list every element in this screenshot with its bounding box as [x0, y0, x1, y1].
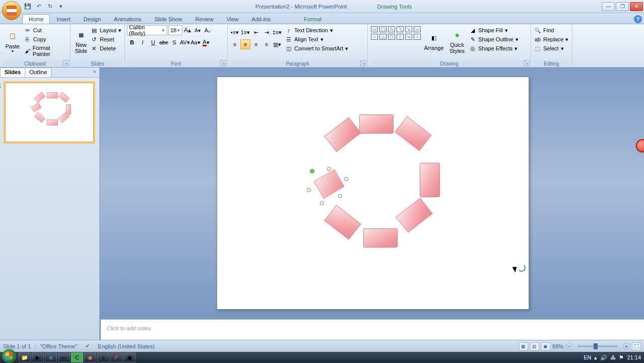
qat-customize-icon[interactable]: ▾	[56, 2, 66, 11]
tray-flag-icon[interactable]: ⚑	[619, 354, 624, 361]
font-size-combo[interactable]: 18▼	[168, 25, 182, 35]
italic-button[interactable]: I	[138, 37, 148, 47]
zoom-in-button[interactable]: +	[623, 343, 630, 350]
bold-button[interactable]: B	[127, 37, 137, 47]
slide-editor[interactable]	[100, 68, 644, 340]
tray-arrow-icon[interactable]: ▴	[594, 354, 597, 361]
underline-button[interactable]: U	[148, 37, 158, 47]
tray-lang[interactable]: EN	[584, 354, 591, 360]
office-button[interactable]	[2, 1, 21, 20]
text-direction-button[interactable]: ↕Text Direction▾	[284, 26, 349, 34]
tab-view[interactable]: View	[220, 14, 245, 24]
copy-button[interactable]: ⎘Copy	[23, 35, 68, 43]
spell-check-icon[interactable]: ✔	[85, 343, 90, 349]
tray-clock[interactable]: 21:14	[627, 354, 641, 360]
status-language[interactable]: English (United States)	[98, 343, 155, 349]
task-ie-icon[interactable]: e	[45, 352, 57, 362]
zoom-slider[interactable]	[577, 345, 618, 347]
pane-close-icon[interactable]: ×	[90, 68, 99, 77]
view-sorter-button[interactable]: ▤	[530, 342, 539, 350]
justify-button[interactable]: ≡	[262, 39, 272, 49]
close-button[interactable]: ✕	[630, 2, 643, 11]
view-slideshow-button[interactable]: ▣	[541, 342, 550, 350]
task-powerpoint-icon[interactable]: P	[110, 352, 122, 362]
resize-handle-icon[interactable]	[320, 201, 324, 205]
case-button[interactable]: Aa▾	[190, 37, 201, 47]
spacing-button[interactable]: AV▾	[180, 37, 190, 47]
resize-handle-icon[interactable]	[307, 188, 311, 192]
tray-volume-icon[interactable]: 🔊	[600, 354, 607, 361]
delete-button[interactable]: ✕Delete	[90, 44, 122, 52]
resize-handle-icon[interactable]	[338, 194, 342, 198]
task-desktop-icon[interactable]: ▭	[58, 352, 70, 362]
inc-indent-button[interactable]: ⇥	[262, 27, 272, 37]
task-app-icon[interactable]: ▣	[123, 352, 136, 362]
new-slide-button[interactable]: ▦ New Slide	[73, 25, 90, 57]
shadow-button[interactable]: S	[169, 37, 179, 47]
tab-design[interactable]: Design	[77, 14, 107, 24]
slide-thumbnail-1[interactable]: 1	[5, 83, 94, 142]
fit-window-button[interactable]: ⛶	[632, 342, 641, 350]
rotation-handle-icon[interactable]	[310, 169, 314, 173]
align-center-button[interactable]: ≡	[240, 39, 250, 49]
bullets-button[interactable]: •≡▾	[230, 27, 240, 37]
numbering-button[interactable]: 1≡▾	[240, 27, 250, 37]
shrink-font-button[interactable]: A▾	[192, 25, 203, 35]
tab-slideshow[interactable]: Slide Show	[148, 14, 189, 24]
notes-pane[interactable]: Click to add notes	[101, 319, 644, 340]
reset-button[interactable]: ↺Reset	[90, 35, 122, 43]
selected-shape[interactable]	[308, 168, 348, 204]
shape-rect[interactable]	[324, 117, 361, 152]
task-app-icon[interactable]: C	[71, 352, 83, 362]
undo-icon[interactable]: ↶	[34, 2, 43, 11]
dialog-launcher-icon[interactable]: ↘	[63, 60, 69, 66]
zoom-level[interactable]: 69%	[552, 343, 563, 349]
pane-tab-slides[interactable]: Slides	[0, 68, 25, 77]
view-normal-button[interactable]: ▦	[519, 342, 528, 350]
strike-button[interactable]: abc	[159, 37, 169, 47]
tray-network-icon[interactable]: 🖧	[610, 354, 616, 360]
shape-fill-button[interactable]: ◢Shape Fill▾	[468, 26, 520, 34]
tab-format[interactable]: Format	[297, 14, 328, 24]
task-app-icon[interactable]: c	[97, 352, 109, 362]
resize-handle-icon[interactable]	[327, 167, 331, 171]
minimize-button[interactable]: —	[602, 2, 615, 11]
shape-rect[interactable]	[396, 198, 432, 233]
quick-styles-button[interactable]: ◆ Quick Styles	[446, 25, 468, 57]
shapes-gallery[interactable]: ▭▢A╲↘▭ ○△⬠{↝☆	[370, 25, 422, 41]
resize-handle-icon[interactable]	[344, 177, 348, 181]
format-painter-button[interactable]: 🖌Format Painter	[23, 44, 68, 57]
font-color-button[interactable]: A▾	[201, 37, 211, 47]
dialog-launcher-icon[interactable]: ↘	[220, 60, 226, 66]
font-name-combo[interactable]: Calibri (Body)▼	[127, 25, 167, 35]
task-explorer-icon[interactable]: 📁	[19, 352, 31, 362]
slide-canvas[interactable]	[217, 77, 529, 310]
tab-addins[interactable]: Add-Ins	[245, 14, 277, 24]
tab-insert[interactable]: Insert	[50, 14, 77, 24]
save-icon[interactable]: 💾	[23, 2, 32, 11]
align-text-button[interactable]: ☰Align Text▾	[284, 35, 349, 43]
columns-button[interactable]: ▥▾	[272, 39, 282, 49]
shape-outline-button[interactable]: ✎Shape Outline▾	[468, 35, 520, 43]
shape-rect[interactable]	[359, 114, 394, 134]
maximize-button[interactable]: ❐	[616, 2, 629, 11]
pane-tab-outline[interactable]: Outline	[25, 68, 51, 77]
paste-button[interactable]: 📋 Paste ▼	[2, 25, 23, 57]
dialog-launcher-icon[interactable]: ↘	[524, 60, 530, 66]
convert-smartart-button[interactable]: ◫Convert to SmartArt▾	[284, 44, 349, 52]
clear-format-button[interactable]: Aₓ	[203, 25, 213, 35]
align-right-button[interactable]: ≡	[251, 39, 261, 49]
shape-effects-button[interactable]: ◎Shape Effects▾	[468, 44, 520, 52]
shape-rect[interactable]	[324, 205, 361, 240]
shape-rect[interactable]	[395, 116, 431, 151]
dialog-launcher-icon[interactable]: ↘	[360, 60, 366, 66]
start-button[interactable]	[2, 349, 16, 363]
task-wmp-icon[interactable]: ▶	[32, 352, 44, 362]
shape-rect[interactable]	[420, 163, 440, 197]
tab-animations[interactable]: Animations	[107, 14, 148, 24]
line-spacing-button[interactable]: ‡≡▾	[272, 27, 282, 37]
cut-button[interactable]: ✂Cut	[23, 26, 68, 34]
align-left-button[interactable]: ≡	[230, 39, 240, 49]
find-button[interactable]: 🔍Find	[533, 26, 569, 34]
redo-icon[interactable]: ↻	[45, 2, 54, 11]
